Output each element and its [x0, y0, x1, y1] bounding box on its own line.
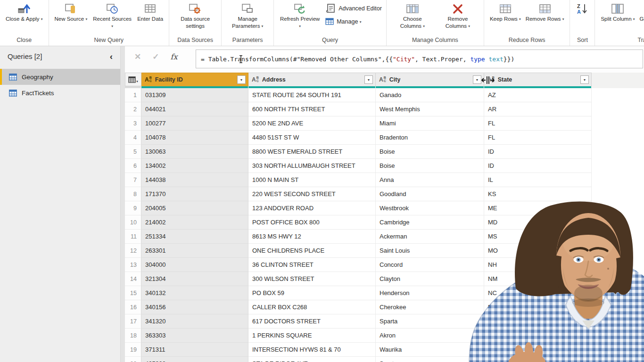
cell[interactable]: [484, 329, 592, 343]
cell[interactable]: 4480 51ST ST W: [248, 131, 376, 145]
row-number[interactable]: 8: [125, 187, 141, 201]
cell[interactable]: POST OFFICE BOX 800: [248, 215, 376, 230]
cell[interactable]: 214002: [141, 215, 248, 230]
advanced-editor-button[interactable]: Advanced Editor: [325, 3, 382, 14]
cell[interactable]: Cambridge: [376, 215, 484, 230]
cell[interactable]: 5200 NE 2ND AVE: [248, 116, 376, 131]
query-item-facttickets[interactable]: FactTickets: [0, 85, 120, 101]
cell[interactable]: 171370: [141, 187, 248, 201]
row-number[interactable]: 9: [125, 201, 141, 215]
sort-za-button[interactable]: ZA: [573, 1, 591, 15]
cell[interactable]: Westbrook: [376, 201, 484, 215]
cell[interactable]: NH: [484, 258, 592, 272]
cell[interactable]: 340156: [141, 300, 248, 314]
cell[interactable]: STATE ROUTE 264 SOUTH 191: [248, 88, 376, 102]
cell[interactable]: 600 NORTH 7TH STREET: [248, 102, 376, 116]
row-number[interactable]: 18: [125, 329, 141, 343]
cell[interactable]: 363303: [141, 329, 248, 343]
cell[interactable]: KS: [484, 187, 592, 201]
row-number[interactable]: 19: [125, 343, 141, 357]
filter-button[interactable]: ▼: [364, 75, 373, 84]
row-number[interactable]: 4: [125, 131, 141, 145]
cell[interactable]: FL: [484, 131, 592, 145]
row-number[interactable]: 1: [125, 88, 141, 102]
cell[interactable]: Ganado: [376, 88, 484, 102]
filter-button[interactable]: ▼: [237, 75, 246, 84]
cell[interactable]: [484, 343, 592, 357]
query-item-geography[interactable]: Geography: [0, 69, 120, 85]
cell[interactable]: AZ: [484, 88, 592, 102]
data-source-settings-button[interactable]: Data source settings: [173, 1, 218, 30]
row-number[interactable]: 6: [125, 159, 141, 173]
cell[interactable]: Saint Louis: [376, 244, 484, 258]
filter-button[interactable]: ▼: [580, 75, 589, 84]
cell[interactable]: NC: [484, 300, 592, 314]
keep-rows-button[interactable]: Keep Rows ▾: [487, 1, 523, 23]
cell[interactable]: Miami: [376, 116, 484, 131]
cell[interactable]: MO: [484, 244, 592, 258]
cell[interactable]: [484, 357, 592, 362]
cell[interactable]: 104078: [141, 131, 248, 145]
cell[interactable]: NC: [484, 286, 592, 300]
cell[interactable]: 1 PERKINS SQUARE: [248, 329, 376, 343]
cell[interactable]: FL: [484, 116, 592, 131]
choose-columns-button[interactable]: Choose Columns ▾: [390, 1, 435, 30]
remove-columns-button[interactable]: Remove Columns ▾: [435, 1, 480, 30]
row-number[interactable]: 13: [125, 258, 141, 272]
cell[interactable]: 340132: [141, 286, 248, 300]
cell[interactable]: IL: [484, 173, 592, 187]
cell[interactable]: 303 NORTH ALLUMBAUGH STREET: [248, 159, 376, 173]
row-number[interactable]: 3: [125, 116, 141, 131]
cell[interactable]: 405033: [141, 357, 248, 362]
row-number[interactable]: 12: [125, 244, 141, 258]
cell[interactable]: CALLER BOX C268: [248, 300, 376, 314]
cell[interactable]: Cherokee: [376, 300, 484, 314]
manage-parameters-button[interactable]: Manage Parameters ▾: [225, 1, 270, 30]
cell[interactable]: 263301: [141, 244, 248, 258]
remove-rows-button[interactable]: Remove Rows ▾: [523, 1, 567, 23]
cell[interactable]: AR: [484, 102, 592, 116]
cell[interactable]: ONE CHILDRENS PLACE: [248, 244, 376, 258]
cell[interactable]: 8800 WEST EMERALD STREET: [248, 145, 376, 159]
cell[interactable]: [484, 314, 592, 329]
cell[interactable]: Boise: [376, 159, 484, 173]
cell[interactable]: 220 WEST SECOND STREET: [248, 187, 376, 201]
cell[interactable]: MD: [484, 215, 592, 230]
cell[interactable]: 130063: [141, 145, 248, 159]
row-number[interactable]: 16: [125, 300, 141, 314]
group-by-button[interactable]: Group By: [637, 1, 644, 23]
enter-data-button[interactable]: Enter Data: [135, 1, 165, 23]
select-all-button[interactable]: ▾: [125, 73, 141, 86]
row-number[interactable]: 7: [125, 173, 141, 187]
cell[interactable]: 304000: [141, 258, 248, 272]
close-apply-button[interactable]: Close & Apply ▾: [3, 1, 45, 23]
cell[interactable]: Henderson: [376, 286, 484, 300]
cell[interactable]: West Memphis: [376, 102, 484, 116]
manage-button[interactable]: Manage ▾: [325, 18, 382, 25]
filter-button[interactable]: ▼: [473, 75, 481, 84]
cell[interactable]: 300 WILSON STREET: [248, 272, 376, 286]
cell[interactable]: 251334: [141, 230, 248, 244]
cell[interactable]: Sparta: [376, 314, 484, 329]
cell[interactable]: 8613 MS HWY 12: [248, 230, 376, 244]
cell[interactable]: MS: [484, 230, 592, 244]
cell[interactable]: Akron: [376, 329, 484, 343]
cell[interactable]: Ackerman: [376, 230, 484, 244]
row-number[interactable]: 11: [125, 230, 141, 244]
cell[interactable]: Goodland: [376, 187, 484, 201]
cell[interactable]: 36 CLINTON STREET: [248, 258, 376, 272]
cell[interactable]: 044021: [141, 102, 248, 116]
column-header-facility-id[interactable]: ABCFacility ID▼: [141, 73, 248, 86]
column-header-state[interactable]: ABCState▼: [484, 73, 592, 86]
formula-cancel-button[interactable]: ✕: [134, 52, 141, 62]
row-number[interactable]: 14: [125, 272, 141, 286]
cell[interactable]: 341320: [141, 314, 248, 329]
cell[interactable]: ID: [484, 159, 592, 173]
row-number[interactable]: 2: [125, 102, 141, 116]
cell[interactable]: Sumter: [376, 357, 484, 362]
row-number[interactable]: 15: [125, 286, 141, 300]
cell[interactable]: Clayton: [376, 272, 484, 286]
column-header-address[interactable]: ABCAddress▼: [248, 73, 376, 86]
cell[interactable]: ME: [484, 201, 592, 215]
row-number[interactable]: 17: [125, 314, 141, 329]
